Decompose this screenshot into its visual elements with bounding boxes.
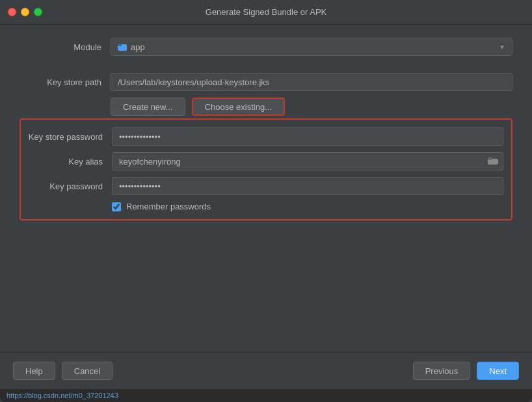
key-alias-label: Key alias [21,157,112,167]
keystore-path-label: Key store path [20,77,111,87]
module-value: app [131,42,145,52]
title-bar: Generate Signed Bundle or APK [0,0,532,25]
choose-existing-button[interactable]: Choose existing... [192,98,285,116]
credentials-section: Key store password Key alias [20,118,512,221]
previous-button[interactable]: Previous [413,362,471,380]
module-field-wrap: app ▼ [111,38,512,56]
key-password-label: Key password [21,181,112,191]
keystore-path-row: Key store path [20,73,512,91]
keystore-path-field-wrap [111,73,512,91]
keystore-password-label: Key store password [21,132,112,142]
key-alias-field-wrap [112,152,503,170]
keystore-buttons-row: Create new... Choose existing... [20,98,512,116]
main-window: Generate Signed Bundle or APK Module app… [0,0,532,402]
key-password-row: Key password [21,177,503,195]
svg-rect-1 [118,44,122,46]
key-password-input[interactable] [112,177,503,195]
keystore-password-field-wrap [112,127,503,146]
minimize-button[interactable] [21,8,29,16]
create-new-button[interactable]: Create new... [111,98,185,116]
keystore-password-row: Key store password [21,127,503,146]
dialog-content: Module app ▼ Key store path [0,25,532,352]
maximize-button[interactable] [34,8,42,16]
key-alias-input[interactable] [112,152,503,170]
help-button[interactable]: Help [13,362,55,380]
remember-passwords-label: Remember passwords [126,202,211,211]
module-row: Module app ▼ [20,38,512,56]
traffic-lights [8,8,42,16]
cancel-button[interactable]: Cancel [62,362,113,380]
url-bar: https://blog.csdn.net/m0_37201243 [0,389,532,402]
keystore-path-input[interactable] [111,73,512,91]
module-dropdown[interactable]: app ▼ [111,38,512,56]
url-text: https://blog.csdn.net/m0_37201243 [7,392,118,399]
chevron-down-icon: ▼ [499,44,505,51]
module-icon: app [118,42,145,52]
close-button[interactable] [8,8,16,16]
remember-passwords-row: Remember passwords [21,202,503,211]
dialog-footer: Help Cancel Previous Next [0,352,532,389]
footer-left-buttons: Help Cancel [13,362,113,380]
next-button[interactable]: Next [477,362,519,380]
folder-browse-icon[interactable] [488,156,498,167]
key-password-field-wrap [112,177,503,195]
keystore-password-input[interactable] [112,127,503,146]
folder-icon [488,157,498,165]
window-title: Generate Signed Bundle or APK [206,7,326,17]
footer-right-buttons: Previous Next [413,362,519,380]
key-alias-row: Key alias [21,152,503,170]
svg-rect-3 [488,157,492,160]
module-folder-icon [118,42,127,51]
remember-passwords-checkbox[interactable] [112,202,121,211]
module-label: Module [20,42,111,52]
